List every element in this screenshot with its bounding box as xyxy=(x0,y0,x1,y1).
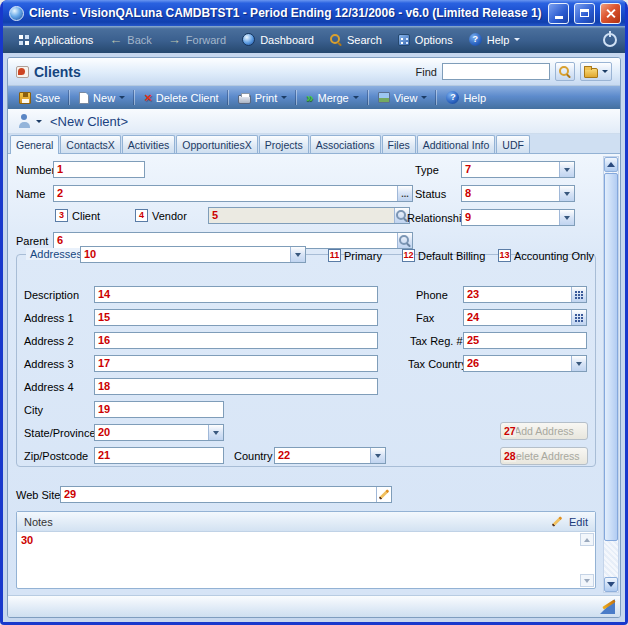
relationship-dropdown[interactable]: 9 xyxy=(461,209,575,226)
tax-reg-input[interactable]: 25 xyxy=(463,332,587,349)
name-label: Name xyxy=(16,188,45,200)
address3-input[interactable]: 17 xyxy=(94,355,378,372)
back-arrow-icon: ← xyxy=(109,35,122,45)
city-input[interactable]: 19 xyxy=(94,401,224,418)
notes-edit-button[interactable]: Edit xyxy=(569,516,588,528)
primary-checkbox[interactable]: 11 xyxy=(328,249,341,262)
address-selector-dropdown[interactable]: 10 xyxy=(80,246,306,263)
merge-button[interactable]: » Merge xyxy=(301,90,363,106)
help-button[interactable]: ? Help xyxy=(441,89,491,106)
delete-client-button[interactable]: × Delete Client xyxy=(139,90,224,106)
chevron-down-icon xyxy=(281,96,287,99)
delete-x-icon: × xyxy=(144,92,152,103)
find-input[interactable] xyxy=(442,63,550,80)
fax-keypad-button[interactable] xyxy=(571,310,586,325)
options-icon xyxy=(398,34,410,46)
add-address-button[interactable]: Add Address 27 xyxy=(500,422,588,440)
state-dropdown[interactable]: 20 xyxy=(94,424,224,441)
saved-searches-button[interactable] xyxy=(580,62,612,81)
name-ellipsis-button[interactable]: ... xyxy=(397,186,412,201)
vendor-checkbox[interactable]: 4 xyxy=(135,209,148,222)
menu-search[interactable]: Search xyxy=(323,31,389,49)
tab-additional-info[interactable]: Additional Info xyxy=(417,135,496,153)
find-search-button[interactable] xyxy=(555,62,575,81)
new-button[interactable]: New xyxy=(74,90,130,106)
notes-panel: Notes Edit 30 xyxy=(16,511,596,589)
tab-associations[interactable]: Associations xyxy=(310,135,381,153)
dropdown-button[interactable] xyxy=(208,425,223,440)
chevron-down-icon xyxy=(602,70,608,73)
phone-keypad-button[interactable] xyxy=(571,287,586,302)
address4-input[interactable]: 18 xyxy=(94,378,378,395)
number-input[interactable]: 1 xyxy=(53,161,145,178)
website-edit-button[interactable] xyxy=(376,487,391,502)
menu-forward[interactable]: → Forward xyxy=(161,31,233,49)
tax-country-dropdown[interactable]: 26 xyxy=(463,355,587,372)
app-icon xyxy=(9,6,24,21)
address1-input[interactable]: 15 xyxy=(94,309,378,326)
help-icon: ? xyxy=(469,33,482,46)
country-dropdown[interactable]: 22 xyxy=(274,447,386,464)
scrollbar-thumb[interactable] xyxy=(604,173,618,541)
status-label: Status xyxy=(415,188,446,200)
parent-lookup-button[interactable] xyxy=(397,233,412,248)
fax-label: Fax xyxy=(416,312,434,324)
power-icon[interactable] xyxy=(603,33,617,47)
scroll-down-icon[interactable] xyxy=(580,574,594,587)
status-dropdown[interactable]: 8 xyxy=(461,185,575,202)
notes-header: Notes Edit xyxy=(17,512,595,532)
zip-input[interactable]: 21 xyxy=(94,447,224,464)
vertical-scrollbar[interactable] xyxy=(603,156,619,593)
dropdown-button[interactable] xyxy=(559,210,574,225)
client-person-icon[interactable] xyxy=(17,114,32,128)
tab-general[interactable]: General xyxy=(10,135,59,154)
menu-applications[interactable]: Applications xyxy=(11,31,100,49)
scroll-down-button[interactable] xyxy=(604,577,618,592)
minimize-button[interactable] xyxy=(548,3,569,24)
dropdown-button[interactable] xyxy=(370,448,385,463)
accounting-only-checkbox[interactable]: 13 xyxy=(498,249,511,262)
menu-options[interactable]: Options xyxy=(391,31,460,49)
chevron-down-icon xyxy=(353,96,359,99)
scroll-up-icon[interactable] xyxy=(580,533,594,546)
save-button[interactable]: Save xyxy=(14,90,65,106)
client-checkbox[interactable]: 3 xyxy=(55,209,68,222)
chevron-down-icon xyxy=(119,96,125,99)
notes-scrollbar[interactable] xyxy=(580,533,594,587)
phone-input[interactable]: 23 xyxy=(463,286,587,303)
menu-dashboard[interactable]: Dashboard xyxy=(235,30,321,49)
dropdown-button[interactable] xyxy=(559,186,574,201)
tab-activities[interactable]: Activities xyxy=(122,135,175,153)
find-label: Find xyxy=(416,66,437,78)
close-button[interactable] xyxy=(600,3,621,24)
annotation-number: 27 xyxy=(504,425,516,437)
address2-input[interactable]: 16 xyxy=(94,332,378,349)
addresses-group-label: Addresses xyxy=(26,248,86,260)
delete-address-button[interactable]: Delete Address 28 xyxy=(500,447,588,465)
notes-textarea[interactable]: 30 xyxy=(17,532,595,588)
scroll-up-button[interactable] xyxy=(604,157,618,172)
tab-contactsx[interactable]: ContactsX xyxy=(60,135,120,153)
dropdown-button[interactable] xyxy=(571,356,586,371)
description-input[interactable]: 14 xyxy=(94,286,378,303)
vendor-link-field[interactable]: 5 xyxy=(208,207,410,224)
accounting-only-label: Accounting Only xyxy=(514,250,594,262)
tab-opportunitiesx[interactable]: OpportunitiesX xyxy=(176,135,257,153)
default-billing-checkbox[interactable]: 12 xyxy=(402,249,415,262)
tab-projects[interactable]: Projects xyxy=(259,135,309,153)
website-label: Web Site xyxy=(16,489,60,501)
menu-help[interactable]: ? Help xyxy=(462,30,528,49)
tab-udf[interactable]: UDF xyxy=(496,135,530,153)
type-dropdown[interactable]: 7 xyxy=(461,161,575,178)
maximize-button[interactable] xyxy=(574,3,595,24)
name-input[interactable]: 2 ... xyxy=(53,185,413,202)
print-button[interactable]: Print xyxy=(233,90,293,106)
website-input[interactable]: 29 xyxy=(60,486,392,503)
chevron-down-icon[interactable] xyxy=(36,120,42,123)
dropdown-button[interactable] xyxy=(290,247,305,262)
menu-back[interactable]: ← Back xyxy=(102,31,158,49)
view-button[interactable]: View xyxy=(373,90,433,106)
fax-input[interactable]: 24 xyxy=(463,309,587,326)
dropdown-button[interactable] xyxy=(559,162,574,177)
tab-files[interactable]: Files xyxy=(382,135,416,153)
